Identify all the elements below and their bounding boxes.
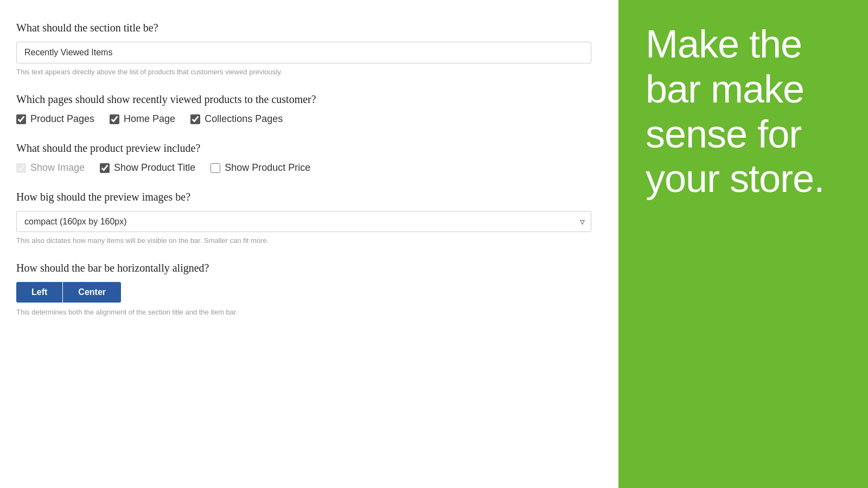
alignment-hint: This determines both the alignment of th… [16,308,602,316]
preview-question: What should the product preview include? [16,142,602,155]
checkbox-home-page-label: Home Page [124,113,175,125]
alignment-left-button[interactable]: Left [16,282,62,303]
section-title-section: What should the section title be? This t… [16,22,602,76]
checkbox-home-page[interactable]: Home Page [110,113,175,125]
checkbox-show-image[interactable]: Show Image [16,162,85,174]
checkbox-home-page-input[interactable] [110,114,119,124]
alignment-question: How should the bar be horizontally align… [16,262,602,274]
image-size-question: How big should the preview images be? [16,191,602,203]
checkbox-product-pages-label: Product Pages [30,113,94,125]
section-title-question: What should the section title be? [16,22,602,34]
checkbox-show-product-price-label: Show Product Price [225,162,310,174]
sidebar-text: Make the bar make sense for your store. [646,22,841,201]
checkbox-show-image-label: Show Image [30,162,85,174]
image-size-select-wrapper: compact (160px by 160px) medium (200px b… [16,211,591,232]
checkbox-show-product-title[interactable]: Show Product Title [100,162,195,174]
checkbox-show-product-title-input[interactable] [100,163,110,173]
checkbox-product-pages[interactable]: Product Pages [16,113,94,125]
alignment-center-button[interactable]: Center [63,282,121,303]
main-panel: What should the section title be? This t… [0,0,618,488]
checkbox-collections-pages-label: Collections Pages [205,113,283,125]
alignment-section: How should the bar be horizontally align… [16,262,602,316]
checkbox-show-product-price[interactable]: Show Product Price [210,162,310,174]
preview-section: What should the product preview include?… [16,142,602,174]
section-title-input[interactable] [16,42,591,63]
checkbox-show-image-input[interactable] [16,163,26,173]
image-size-select[interactable]: compact (160px by 160px) medium (200px b… [16,211,591,232]
sidebar-panel: Make the bar make sense for your store. [618,0,868,488]
alignment-button-group: Left Center [16,282,602,303]
image-size-section: How big should the preview images be? co… [16,191,602,245]
pages-question: Which pages should show recently viewed … [16,93,602,106]
pages-checkbox-group: Product Pages Home Page Collections Page… [16,113,602,125]
checkbox-collections-pages[interactable]: Collections Pages [190,113,283,125]
checkbox-show-product-title-label: Show Product Title [114,162,195,174]
checkbox-product-pages-input[interactable] [16,114,26,124]
preview-checkbox-group: Show Image Show Product Title Show Produ… [16,162,602,174]
section-title-hint: This text appears directly above the lis… [16,68,602,76]
checkbox-collections-pages-input[interactable] [190,114,200,124]
image-size-hint: This also dictates how many items will b… [16,236,602,245]
checkbox-show-product-price-input[interactable] [210,163,220,173]
pages-section: Which pages should show recently viewed … [16,93,602,125]
